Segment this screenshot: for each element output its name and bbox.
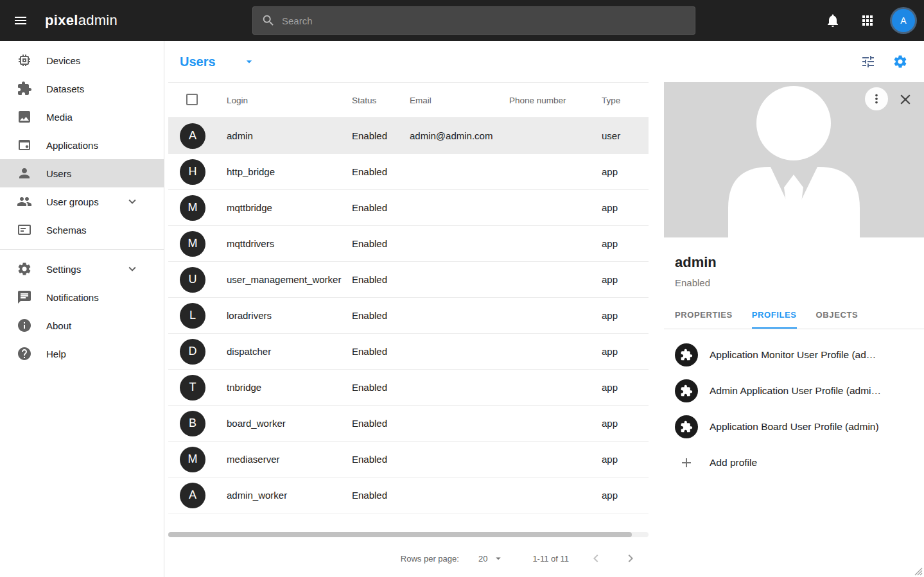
table-row[interactable]: D dispatcher Enabled app [168,334,649,370]
row-avatar: T [180,375,205,400]
profile-puzzle-icon [675,343,698,366]
tune-icon [860,54,876,69]
add-profile-button[interactable]: Add profile [664,445,924,481]
cell-login: user_management_worker [227,274,352,285]
cell-login: board_worker [227,418,352,429]
previous-page-button[interactable] [588,551,604,566]
table-settings-button[interactable] [893,54,908,69]
table-row[interactable]: H http_bridge Enabled app [168,154,649,190]
profile-label: Admin Application User Profile (admi… [710,385,881,397]
table-row[interactable]: A admin_worker Enabled app [168,478,649,513]
sidebar-item-settings[interactable]: Settings [0,255,164,283]
sidebar-divider [0,249,164,250]
row-avatar: M [180,231,205,257]
content-area: Devices Datasets Media Applications User… [0,41,924,577]
table-row[interactable]: M mediaserver Enabled app [168,442,649,478]
profile-label: Application Monitor User Profile (ad… [710,349,876,361]
scrollbar-thumb[interactable] [168,532,632,537]
next-page-button[interactable] [623,551,638,566]
caret-down-icon [243,55,256,68]
app-window: pixeladmin A Devices [0,0,924,577]
applications-icon [17,137,32,153]
settings-gear-icon [17,261,32,277]
cell-status: Enabled [352,130,410,141]
table-header-row: Login Status Email Phone number Type [168,82,649,118]
user-avatar[interactable]: A [892,9,915,32]
table-row[interactable]: A admin Enabled admin@admin.com user [168,118,649,154]
profile-puzzle-icon [675,415,698,438]
rows-per-page-value: 20 [478,554,487,564]
bell-icon [825,13,841,28]
sidebar-item-label: Settings [46,264,81,275]
table-row[interactable]: T tnbridge Enabled app [168,370,649,406]
horizontal-scrollbar[interactable] [168,532,649,537]
apps-grid-button[interactable] [853,6,882,35]
table-row[interactable]: B board_worker Enabled app [168,406,649,442]
global-search [252,6,695,35]
page-title-dropdown[interactable]: Users [180,55,256,69]
top-bar-actions: A [819,6,924,35]
detail-menu-button[interactable] [865,87,888,110]
brand-bold: pixel [45,12,78,28]
profile-list-item[interactable]: Admin Application User Profile (admi… [664,373,924,409]
tab-objects[interactable]: OBJECTS [816,301,859,329]
cell-status: Enabled [352,382,410,393]
detail-header: admin Enabled [664,237,924,288]
filter-columns-button[interactable] [860,54,876,69]
info-icon [17,318,32,333]
resize-grip[interactable] [914,567,923,576]
cell-status: Enabled [352,346,410,357]
main-panel: Users Login [164,41,924,577]
tab-profiles[interactable]: PROFILES [752,301,797,329]
sidebar-item-devices[interactable]: Devices [0,46,164,74]
row-avatar: D [180,339,205,365]
cell-login: http_bridge [227,166,352,177]
hamburger-menu-button[interactable] [5,5,36,36]
sidebar-item-applications[interactable]: Applications [0,131,164,159]
search-input[interactable] [282,15,686,26]
cell-type: app [602,166,649,177]
sidebar-item-schemas[interactable]: Schemas [0,216,164,244]
detail-user-name: admin [675,254,913,271]
column-header-email: Email [410,96,509,105]
schemas-icon [17,222,32,237]
select-all-checkbox[interactable] [186,94,198,105]
gear-icon [893,54,908,69]
chevron-right-icon [623,551,638,566]
cell-login: dispatcher [227,346,352,357]
cell-type: app [602,310,649,321]
notifications-bell-button[interactable] [819,6,847,35]
help-icon [17,346,32,361]
column-header-phone: Phone number [509,96,602,105]
cell-email: admin@admin.com [410,130,509,141]
table-row[interactable]: L loradrivers Enabled app [168,298,649,334]
profile-list-item[interactable]: Application Monitor User Profile (ad… [664,337,924,373]
toolbar-actions [860,54,908,69]
table-row[interactable]: M mqttbridge Enabled app [168,190,649,226]
close-detail-button[interactable] [897,91,914,108]
sidebar-item-media[interactable]: Media [0,103,164,131]
sidebar-item-about[interactable]: About [0,311,164,340]
table-row[interactable]: M mqttdrivers Enabled app [168,226,649,262]
sidebar-item-users[interactable]: Users [0,159,164,187]
row-avatar: M [180,195,205,221]
rows-per-page-select[interactable]: 20 [478,553,504,564]
detail-tabs: PROPERTIES PROFILES OBJECTS [664,301,924,329]
cell-type: app [602,454,649,465]
sidebar-item-notifications[interactable]: Notifications [0,283,164,311]
table-row[interactable]: U user_management_worker Enabled app [168,262,649,298]
cell-type: user [602,130,649,141]
sidebar-item-datasets[interactable]: Datasets [0,74,164,103]
profiles-list: Application Monitor User Profile (ad… Ad… [664,329,924,481]
cell-type: app [602,490,649,501]
cell-type: app [602,274,649,285]
row-avatar: B [180,411,205,436]
cell-status: Enabled [352,310,410,321]
profile-list-item[interactable]: Application Board User Profile (admin) [664,409,924,445]
sidebar-item-user-groups[interactable]: User groups [0,187,164,216]
search-icon [261,13,275,28]
tab-properties[interactable]: PROPERTIES [675,301,733,329]
chevron-left-icon [588,551,604,566]
sidebar-item-help[interactable]: Help [0,340,164,368]
sidebar-item-label: Help [46,349,66,359]
